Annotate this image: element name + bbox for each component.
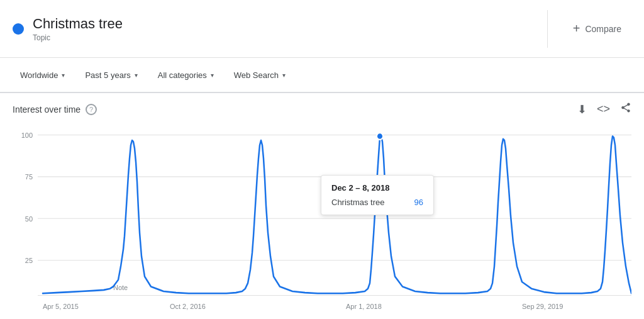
compare-button[interactable]: + Compare bbox=[563, 16, 631, 41]
time-chevron-icon: ▾ bbox=[135, 72, 138, 79]
download-icon[interactable]: ⬇ bbox=[577, 103, 587, 116]
search-label: Web Search bbox=[234, 70, 279, 80]
topic-title: Christmas tree bbox=[33, 16, 123, 32]
region-chevron-icon: ▾ bbox=[62, 72, 65, 79]
category-filter[interactable]: All categories ▾ bbox=[150, 67, 221, 84]
search-filter[interactable]: Web Search ▾ bbox=[226, 67, 293, 84]
chart-title-row: Interest over time ? bbox=[13, 104, 97, 115]
chart-header: Interest over time ? ⬇ <> bbox=[13, 93, 631, 121]
chart-title: Interest over time bbox=[13, 104, 80, 115]
share-icon[interactable] bbox=[620, 102, 631, 116]
svg-text:50: 50 bbox=[25, 215, 33, 222]
chart-container: 100 75 50 25 Apr 5, 2015 Oct 2, 2016 Apr… bbox=[13, 121, 631, 310]
compare-label: Compare bbox=[585, 24, 621, 34]
filter-bar: Worldwide ▾ Past 5 years ▾ All categorie… bbox=[0, 58, 644, 93]
region-filter[interactable]: Worldwide ▾ bbox=[13, 67, 72, 84]
embed-icon[interactable]: <> bbox=[597, 103, 610, 116]
topic-dot bbox=[13, 23, 24, 35]
svg-text:75: 75 bbox=[25, 173, 33, 181]
plus-icon: + bbox=[573, 21, 580, 36]
svg-text:Apr 5, 2015: Apr 5, 2015 bbox=[43, 303, 79, 310]
svg-text:100: 100 bbox=[21, 131, 33, 138]
topic-section: Christmas tree Topic bbox=[13, 16, 532, 42]
region-label: Worldwide bbox=[20, 70, 58, 80]
topic-subtitle: Topic bbox=[33, 33, 123, 42]
search-chevron-icon: ▾ bbox=[282, 72, 286, 79]
category-chevron-icon: ▾ bbox=[211, 72, 214, 79]
interest-chart: 100 75 50 25 Apr 5, 2015 Oct 2, 2016 Apr… bbox=[13, 121, 631, 310]
topic-text: Christmas tree Topic bbox=[33, 16, 123, 42]
chart-section: Interest over time ? ⬇ <> 100 75 50 25 bbox=[0, 93, 644, 310]
svg-text:Oct 2, 2016: Oct 2, 2016 bbox=[170, 303, 206, 310]
svg-text:25: 25 bbox=[25, 257, 33, 264]
help-icon[interactable]: ? bbox=[86, 104, 97, 115]
time-label: Past 5 years bbox=[85, 70, 130, 80]
svg-text:Sep 29, 2019: Sep 29, 2019 bbox=[522, 303, 563, 310]
time-filter[interactable]: Past 5 years ▾ bbox=[77, 67, 145, 84]
svg-point-14 bbox=[377, 133, 383, 140]
page-header: Christmas tree Topic + Compare bbox=[0, 0, 644, 58]
chart-actions: ⬇ <> bbox=[577, 102, 631, 116]
svg-text:Apr 1, 2018: Apr 1, 2018 bbox=[346, 303, 382, 310]
header-divider bbox=[547, 10, 548, 48]
category-label: All categories bbox=[158, 70, 207, 80]
